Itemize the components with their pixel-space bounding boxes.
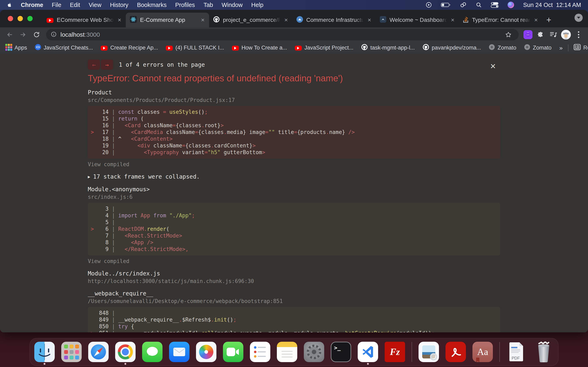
bookmark-zomato[interactable]: Zomato xyxy=(489,44,516,52)
dock-safari-icon[interactable] xyxy=(88,342,109,362)
code-token: from xyxy=(153,212,166,219)
tab-close-icon[interactable]: × xyxy=(284,17,288,23)
dock-chrome-icon[interactable] xyxy=(115,342,136,362)
reload-button[interactable] xyxy=(31,29,43,41)
code-token: className xyxy=(141,122,173,129)
extension-icon[interactable] xyxy=(522,29,534,40)
puzzle-icon[interactable] xyxy=(535,29,546,40)
bookmark-task-mgmt-app-l[interactable]: task-mgmt-app-l... xyxy=(361,44,415,52)
menu-item-history[interactable]: History xyxy=(110,2,129,8)
dock-notes-icon[interactable] xyxy=(277,342,297,362)
spotlight-icon[interactable] xyxy=(476,2,482,8)
dock-facetime-icon[interactable] xyxy=(223,342,243,362)
dock-vscode-icon[interactable] xyxy=(358,342,378,362)
dock-mail-icon[interactable] xyxy=(169,342,190,362)
view-compiled-link[interactable]: View compiled xyxy=(88,161,500,167)
tab-project-e-commerce-pro[interactable]: project_e_commerce/Pro× xyxy=(209,13,292,27)
dock-filezilla-icon[interactable]: Fz xyxy=(385,342,405,362)
code-token: ^ xyxy=(118,136,121,142)
menu-item-profiles[interactable]: Profiles xyxy=(175,2,195,8)
code-token xyxy=(118,142,138,149)
dock-preview-icon[interactable] xyxy=(419,342,439,362)
dock-launchpad-icon[interactable] xyxy=(61,342,82,362)
menu-item-window[interactable]: Window xyxy=(222,2,242,8)
dock-dictionary-icon[interactable]: Aa xyxy=(472,342,493,362)
menu-item-edit[interactable]: Edit xyxy=(70,2,80,8)
zoom-window-button[interactable] xyxy=(27,16,33,21)
code-token: {classes xyxy=(198,129,224,136)
tab-close-icon[interactable]: × xyxy=(534,17,538,23)
code-token: = xyxy=(205,149,208,156)
close-icon[interactable]: × xyxy=(490,61,496,71)
reading-list-button[interactable]: Reading List xyxy=(574,44,588,52)
code-token: ReactDOM xyxy=(118,226,144,233)
tab-close-icon[interactable]: × xyxy=(367,17,372,23)
minimize-window-button[interactable] xyxy=(17,16,23,21)
menu-item-view[interactable]: View xyxy=(89,2,101,8)
code-line: 848 | xyxy=(88,310,500,317)
new-tab-button[interactable]: + xyxy=(542,13,555,27)
bookmark-javascript-cheats[interactable]: JavaScript Cheats... xyxy=(35,44,93,52)
tab-close-icon[interactable]: × xyxy=(200,17,205,23)
tab-typeerror-cannot-read-p[interactable]: TypeError: Cannot read p× xyxy=(459,13,542,27)
bookmark-apps[interactable]: Apps xyxy=(5,44,27,52)
close-window-button[interactable] xyxy=(8,16,13,21)
tab-commerce-infrastructure[interactable]: Commerce Infrastructure× xyxy=(292,13,376,27)
dock-messages-icon[interactable] xyxy=(142,342,163,362)
dock-trash-icon[interactable] xyxy=(533,342,554,362)
back-button[interactable] xyxy=(4,29,16,41)
view-compiled-link[interactable]: View compiled xyxy=(88,258,500,264)
menu-item-bookmarks[interactable]: Bookmarks xyxy=(137,2,167,8)
dock-reminders-icon[interactable] xyxy=(250,342,270,362)
playlist-icon[interactable] xyxy=(548,29,559,40)
code-token: cardContent} xyxy=(214,142,252,149)
dock-system-preferences-icon[interactable] xyxy=(304,342,324,362)
bookmark-how-to-create-a[interactable]: How To Create a... xyxy=(232,45,287,51)
site-info-icon[interactable] xyxy=(51,31,57,38)
control-center-icon[interactable] xyxy=(491,2,499,8)
avatar-icon[interactable] xyxy=(560,29,572,40)
dock-photos-icon[interactable] xyxy=(196,342,216,362)
react-error-overlay: ← → 1 of 4 errors on the page × TypeErro… xyxy=(0,54,588,332)
next-error-button[interactable]: → xyxy=(101,59,113,70)
menu-item-help[interactable]: Help xyxy=(251,2,264,8)
frame-function: Module.<anonymous> xyxy=(88,186,500,193)
bookmark-javascript-project[interactable]: JavaScript Project... xyxy=(295,45,354,51)
line-number: 851 xyxy=(97,330,109,332)
battery-icon[interactable] xyxy=(441,2,451,8)
tab-welcome-dashboard[interactable]: Welcome ~ Dashboard× xyxy=(376,13,459,27)
dock-acrobat-icon[interactable] xyxy=(445,342,466,362)
menu-clock[interactable]: Sun 24 Oct 12:14 AM xyxy=(523,2,581,8)
dock-terminal-icon[interactable]: >_ xyxy=(331,342,351,362)
tab-close-icon[interactable]: × xyxy=(117,17,122,23)
bookmarks-overflow-button[interactable]: » xyxy=(559,44,563,51)
previous-error-button[interactable]: ← xyxy=(88,59,100,70)
dock-separator xyxy=(499,342,500,362)
line-pipe: | xyxy=(109,219,118,226)
bookmark-zomato[interactable]: Zomato xyxy=(524,44,552,52)
menu-item-file[interactable]: File xyxy=(52,2,61,8)
address-bar[interactable]: localhost:3000 xyxy=(46,29,519,40)
dock-pdf-document-icon[interactable]: PDF xyxy=(506,342,527,362)
dock-finder-icon[interactable] xyxy=(34,342,55,362)
apple-menu-icon[interactable] xyxy=(7,2,12,8)
tab-e-commerce-app[interactable]: E-Commerce App× xyxy=(126,13,209,27)
siri-icon[interactable] xyxy=(508,2,514,8)
forward-button[interactable] xyxy=(17,29,29,41)
tab-search-button[interactable] xyxy=(575,14,583,22)
code-token: <CardContent> xyxy=(131,136,173,142)
menu-item-chrome[interactable]: Chrome xyxy=(21,2,43,8)
chrome-menu-icon[interactable] xyxy=(573,29,584,40)
bookmark-star-icon[interactable] xyxy=(503,29,514,40)
tab-close-icon[interactable]: × xyxy=(450,17,455,23)
record-icon[interactable] xyxy=(425,2,432,8)
code-token: {products xyxy=(297,129,326,136)
hotspot-icon[interactable] xyxy=(460,2,467,8)
tab-ecommerce-web-shop[interactable]: ECommerce Web Shop -× xyxy=(43,13,126,27)
line-marker xyxy=(88,323,97,330)
bookmark-4-full-stack-i[interactable]: (4) FULL STACK I... xyxy=(166,45,224,51)
collapsed-frames-toggle[interactable]: ▶17 stack frames were collapsed. xyxy=(88,173,500,180)
menu-item-tab[interactable]: Tab xyxy=(204,2,213,8)
bookmark-pavankpdev-zoma[interactable]: pavankpdev/zoma... xyxy=(423,44,481,52)
bookmark-create-recipe-ap[interactable]: Create Recipe Ap... xyxy=(101,45,158,51)
